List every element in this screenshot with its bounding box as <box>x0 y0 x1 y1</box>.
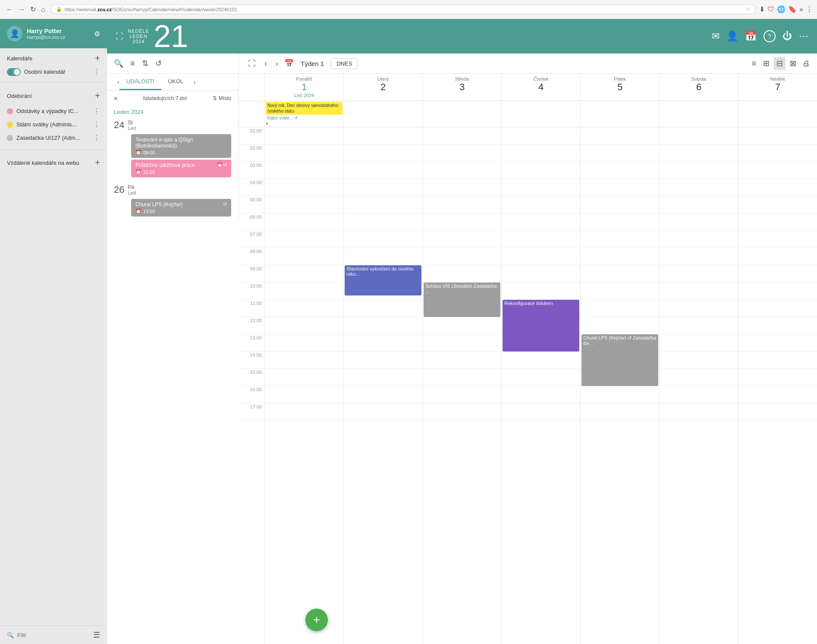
refresh-button[interactable]: ↻ <box>28 4 38 14</box>
event-card-udrzba[interactable]: Průběžné údržbové práce ⏰↺ ⏰ 21:00 <box>131 160 231 177</box>
subscription-menu-2[interactable]: ⋮ <box>93 134 100 142</box>
day-cell-2-12[interactable] <box>423 196 501 214</box>
day-cell-5-5[interactable] <box>660 317 738 334</box>
day-cell-6-15[interactable] <box>738 145 817 162</box>
day-cell-2-13[interactable] <box>423 179 501 196</box>
day-cell-6-2[interactable] <box>738 369 817 386</box>
day-cell-2-16[interactable] <box>423 127 501 145</box>
more-apps-icon[interactable]: ⋯ <box>799 31 808 42</box>
day-cell-4-14[interactable] <box>581 162 659 179</box>
day-cell-0-7[interactable] <box>265 283 343 300</box>
cal-event-rekonfigurace[interactable]: Rekonfigurace tiskáren <box>503 300 579 352</box>
day-cell-3-14[interactable] <box>502 162 580 179</box>
day-cell-6-10[interactable] <box>738 231 817 248</box>
day-cell-5-3[interactable] <box>660 352 738 369</box>
day-cell-4-9[interactable] <box>581 248 659 265</box>
filter-input[interactable] <box>17 632 90 638</box>
day-cell-2-14[interactable] <box>423 162 501 179</box>
day-cell-1-6[interactable] <box>344 300 422 317</box>
day-cell-5-14[interactable] <box>660 162 738 179</box>
expand-icon[interactable]: ⛶ <box>116 32 123 41</box>
day-cell-3-16[interactable] <box>502 127 580 145</box>
cal-expand-btn[interactable]: ⛶ <box>245 58 258 69</box>
day-cell-2-5[interactable] <box>423 317 501 334</box>
power-icon[interactable]: ⏻ <box>782 31 792 42</box>
day-cell-4-0[interactable] <box>581 403 659 421</box>
day-cell-6-4[interactable] <box>738 334 817 352</box>
tab-events[interactable]: UDÁLOSTI <box>119 74 161 90</box>
subscription-item-0[interactable]: Odstávky a výpadky IC... ⋮ <box>0 104 107 118</box>
day-cell-0-14[interactable] <box>265 162 343 179</box>
day-cell-1-9[interactable] <box>344 248 422 265</box>
day-cell-0-13[interactable] <box>265 179 343 196</box>
add-remote-button[interactable]: + <box>95 158 100 168</box>
day-cell-0-12[interactable] <box>265 196 343 214</box>
event-card-chural[interactable]: Chural LPS (Kejzlar) ↺ ⏰ 13:00 <box>131 199 231 217</box>
day-cell-0-4[interactable] <box>265 334 343 352</box>
back-button[interactable]: ← <box>4 5 15 14</box>
day-cell-4-5[interactable] <box>581 317 659 334</box>
day-cell-2-1[interactable] <box>423 386 501 403</box>
home-button[interactable]: ⌂ <box>39 5 47 14</box>
day-cell-5-8[interactable] <box>660 265 738 283</box>
day-cell-5-12[interactable] <box>660 196 738 214</box>
day-cell-2-2[interactable] <box>423 369 501 386</box>
day-cell-4-10[interactable] <box>581 231 659 248</box>
day-cell-1-2[interactable] <box>344 369 422 386</box>
day-cell-0-6[interactable] <box>265 300 343 317</box>
day-cell-1-3[interactable] <box>344 352 422 369</box>
day-cell-5-11[interactable] <box>660 214 738 231</box>
contacts-icon[interactable]: 👤 <box>726 31 738 42</box>
day-cell-4-13[interactable] <box>581 179 659 196</box>
view-list-btn[interactable]: ≡ <box>749 57 759 70</box>
mail-icon[interactable]: ✉ <box>712 31 720 42</box>
sort-events-icon[interactable]: ⇅ <box>142 59 148 68</box>
day-cell-5-0[interactable] <box>660 403 738 421</box>
day-cell-6-0[interactable] <box>738 403 817 421</box>
day-cell-3-3[interactable] <box>502 352 580 369</box>
view-3col-btn[interactable]: ⊞ <box>760 57 772 70</box>
download-icon[interactable]: ⬇ <box>759 5 765 13</box>
day-cell-4-1[interactable] <box>581 386 659 403</box>
subscription-menu-1[interactable]: ⋮ <box>93 120 100 129</box>
day-cell-5-6[interactable] <box>660 300 738 317</box>
cal-event-schuza[interactable]: Schůza VIS (Jiroušek) Zasedačka ... <box>424 283 500 317</box>
day-cell-6-6[interactable] <box>738 300 817 317</box>
day-cell-4-12[interactable] <box>581 196 659 214</box>
day-cell-0-2[interactable] <box>265 369 343 386</box>
subscription-item-1[interactable]: Státní svátky (Adminis... ⋮ <box>0 118 107 131</box>
day-cell-5-9[interactable] <box>660 248 738 265</box>
day-cell-6-7[interactable] <box>738 283 817 300</box>
allday-badge-statni[interactable]: Státní sváte... ↺ <box>266 115 343 121</box>
day-cell-6-1[interactable] <box>738 386 817 403</box>
day-cell-4-8[interactable] <box>581 265 659 283</box>
allday-expand-btn[interactable]: ▾ <box>266 121 343 126</box>
day-cell-6-11[interactable] <box>738 214 817 231</box>
day-cell-2-0[interactable] <box>423 403 501 421</box>
day-cell-6-14[interactable] <box>738 162 817 179</box>
day-cell-3-10[interactable] <box>502 231 580 248</box>
day-cell-6-12[interactable] <box>738 196 817 214</box>
menu-icon[interactable]: ⋮ <box>806 5 813 13</box>
day-cell-1-4[interactable] <box>344 334 422 352</box>
day-cell-3-2[interactable] <box>502 369 580 386</box>
day-cell-1-1[interactable] <box>344 386 422 403</box>
cal-date-icon[interactable]: 📅 <box>284 59 294 68</box>
day-cell-6-5[interactable] <box>738 317 817 334</box>
day-cell-1-14[interactable] <box>344 162 422 179</box>
save-icon[interactable]: 🔖 <box>788 5 797 13</box>
day-cell-3-11[interactable] <box>502 214 580 231</box>
day-cell-3-9[interactable] <box>502 248 580 265</box>
day-cell-3-0[interactable] <box>502 403 580 421</box>
day-cell-1-10[interactable] <box>344 231 422 248</box>
day-cell-5-15[interactable] <box>660 145 738 162</box>
day-cell-3-8[interactable] <box>502 265 580 283</box>
day-cell-0-0[interactable] <box>265 403 343 421</box>
day-cell-1-13[interactable] <box>344 179 422 196</box>
day-cell-0-5[interactable] <box>265 317 343 334</box>
refresh-events-icon[interactable]: ↺ <box>155 59 162 68</box>
personal-calendar-item[interactable]: Osobní kalendář ⋮ <box>0 65 107 79</box>
day-cell-1-0[interactable] <box>344 403 422 421</box>
subscription-item-2[interactable]: Zasedačka UI127 (Adm... ⋮ <box>0 131 107 145</box>
day-cell-3-1[interactable] <box>502 386 580 403</box>
